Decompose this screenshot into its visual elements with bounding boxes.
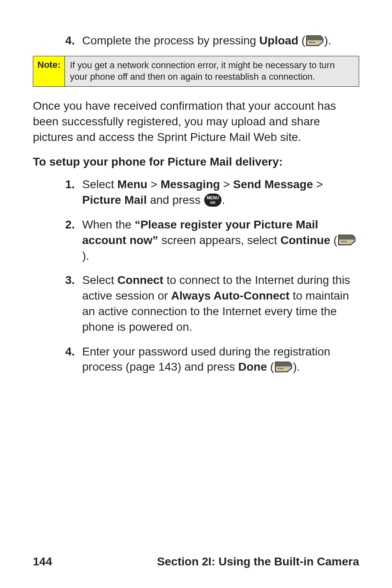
- step-text: Enter your password used during the regi…: [82, 344, 359, 375]
- svg-point-0: [309, 42, 311, 43]
- menu-ok-key-icon: MENUOK: [204, 193, 222, 207]
- left-softkey-icon: [337, 234, 356, 246]
- svg-text:MENU: MENU: [207, 196, 219, 200]
- left-softkey-icon: [274, 361, 293, 373]
- svg-point-10: [280, 368, 281, 369]
- page-number: 144: [33, 555, 52, 568]
- text-fragment: screen appears, select: [158, 234, 280, 247]
- text-fragment: >: [313, 178, 323, 191]
- svg-point-1: [311, 42, 313, 43]
- step-3: 3. Select Connect to connect to the Inte…: [58, 272, 359, 334]
- messaging-label: Messaging: [161, 178, 220, 191]
- text-fragment: >: [220, 178, 233, 191]
- text-fragment: .: [222, 194, 225, 206]
- done-label: Done: [238, 360, 267, 373]
- upload-label: Upload: [259, 34, 298, 47]
- paren-open: (: [298, 34, 305, 47]
- paren-close: ).: [324, 34, 331, 47]
- note-body: If you get a network connection error, i…: [65, 56, 359, 86]
- step-1: 1. Select Menu > Messaging > Send Messag…: [58, 177, 359, 208]
- left-softkey-icon: [305, 35, 324, 47]
- svg-point-7: [343, 241, 344, 242]
- paren-close: ).: [293, 360, 300, 373]
- continue-label: Continue: [280, 234, 330, 247]
- text-fragment: Select: [82, 178, 118, 191]
- menu-label: Menu: [118, 178, 148, 191]
- svg-point-8: [345, 241, 346, 242]
- step-number: 4.: [58, 33, 82, 48]
- text-fragment: When the: [82, 218, 135, 231]
- step-number: 1.: [58, 177, 82, 208]
- subheading: To setup your phone for Picture Mail del…: [33, 155, 359, 168]
- note-box: Note: If you get a network connection er…: [33, 56, 359, 87]
- svg-point-9: [278, 368, 279, 369]
- text-fragment: >: [148, 178, 161, 191]
- svg-point-11: [282, 368, 283, 369]
- page-footer: 144 Section 2I: Using the Built-in Camer…: [33, 555, 359, 568]
- svg-point-6: [341, 241, 342, 242]
- text-fragment: Select: [82, 274, 118, 286]
- step-4: 4. Enter your password used during the r…: [58, 344, 359, 375]
- step-number: 4.: [58, 344, 82, 375]
- step-number: 3.: [58, 272, 82, 334]
- note-label: Note:: [33, 56, 65, 86]
- text-fragment: Complete the process by pressing: [82, 34, 259, 47]
- svg-text:OK: OK: [210, 201, 216, 205]
- step-number: 2.: [58, 217, 82, 263]
- paren-open: (: [267, 360, 274, 373]
- always-auto-connect-label: Always Auto-Connect: [171, 289, 289, 302]
- step-text: Select Connect to connect to the Interne…: [82, 272, 359, 334]
- step-text: Select Menu > Messaging > Send Message >…: [82, 177, 359, 208]
- paren-open: (: [330, 234, 337, 247]
- step-2: 2. When the “Please register your Pictur…: [58, 217, 359, 263]
- step-text: Complete the process by pressing Upload …: [82, 33, 359, 48]
- picture-mail-label: Picture Mail: [82, 194, 147, 206]
- connect-label: Connect: [118, 274, 164, 286]
- section-title: Section 2I: Using the Built-in Camera: [157, 555, 359, 568]
- paren-close: ).: [82, 249, 89, 262]
- confirmation-paragraph: Once you have received confirmation that…: [33, 98, 359, 145]
- text-fragment: and press: [147, 194, 204, 206]
- send-message-label: Send Message: [233, 178, 313, 191]
- step-4-first: 4. Complete the process by pressing Uplo…: [58, 33, 359, 48]
- step-text: When the “Please register your Picture M…: [82, 217, 359, 263]
- svg-point-2: [314, 42, 315, 43]
